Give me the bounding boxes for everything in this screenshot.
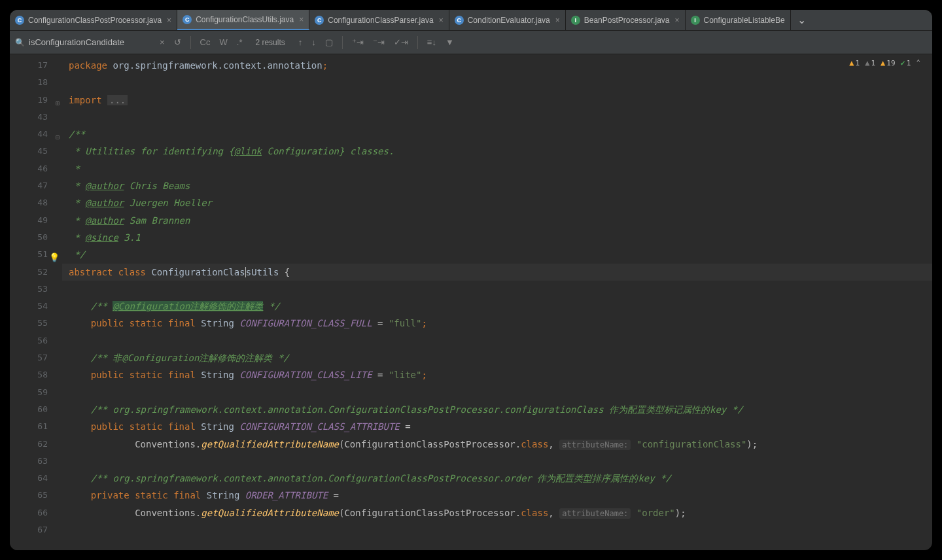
line-number: 17	[10, 57, 62, 74]
class-icon: C	[455, 16, 464, 25]
line-number: 56	[10, 332, 62, 349]
line-number: 54	[10, 298, 62, 315]
line-number: 50	[10, 229, 62, 246]
chevron-up-icon[interactable]: ⌃	[916, 58, 920, 67]
code-line: *	[62, 160, 932, 177]
inspection-panel[interactable]: ▲1 ▲1 ▲19 ✔1 ⌃	[846, 57, 923, 69]
select-all-button[interactable]: ▢	[323, 36, 336, 48]
tab-5[interactable]: IConfigurableListableBe	[686, 10, 791, 30]
tab-label: BeanPostProcessor.java	[584, 16, 670, 25]
warning-indicator[interactable]: ▲1	[849, 58, 860, 67]
interface-icon: I	[691, 16, 700, 25]
line-number: 49	[10, 212, 62, 229]
tab-4[interactable]: IBeanPostProcessor.java×	[566, 10, 686, 30]
line-number: 67	[10, 521, 62, 538]
editor[interactable]: 17 18 19⊞ 43 44⊟ 45 46 47 48 49 50 51💡 5…	[10, 54, 932, 550]
tab-label: ConfigurationClassParser.java	[328, 16, 433, 25]
close-icon[interactable]: ×	[167, 16, 171, 25]
code-line	[62, 521, 932, 538]
line-number: 63	[10, 453, 62, 470]
interface-icon: I	[571, 16, 580, 25]
remove-line-button[interactable]: ⁻⇥	[370, 36, 387, 48]
close-icon[interactable]: ×	[439, 16, 444, 25]
tab-1[interactable]: CConfigurationClassUtils.java×	[177, 10, 309, 30]
next-match-button[interactable]: ↓	[309, 36, 319, 48]
words-button[interactable]: W	[217, 36, 230, 48]
close-icon[interactable]: ×	[299, 15, 304, 24]
code-line	[62, 74, 932, 91]
code-line: */	[62, 246, 932, 263]
code-line	[62, 281, 932, 298]
line-number: 60	[10, 401, 62, 418]
line-number: 18	[10, 74, 62, 91]
code-line	[62, 453, 932, 470]
line-number: 53	[10, 281, 62, 298]
code-line: * Utilities for identifying {@link Confi…	[62, 143, 932, 160]
class-icon: C	[183, 15, 192, 24]
close-icon[interactable]: ×	[675, 16, 680, 25]
clear-search-button[interactable]: ×	[157, 36, 167, 48]
ok-indicator[interactable]: ✔1	[901, 58, 911, 67]
filter-icon[interactable]: ▼	[443, 36, 457, 48]
tab-3[interactable]: CConditionEvaluator.java×	[449, 10, 566, 30]
settings-icon[interactable]: ≡↓	[425, 36, 439, 48]
search-history-button[interactable]: ↺	[171, 36, 184, 48]
line-number: 65	[10, 487, 62, 504]
code-line: /**	[62, 126, 932, 143]
ide-window: CConfigurationClassPostProcessor.java× C…	[10, 10, 932, 550]
code-line: package org.springframework.context.anno…	[62, 57, 932, 74]
line-number: 58	[10, 366, 62, 383]
line-number: 48	[10, 194, 62, 211]
code-line	[62, 384, 932, 401]
tab-label: ConfigurableListableBe	[704, 16, 785, 25]
class-icon: C	[315, 16, 324, 25]
code-area[interactable]: ▲1 ▲1 ▲19 ✔1 ⌃ package org.springframewo…	[62, 54, 932, 550]
search-input[interactable]	[29, 37, 153, 47]
code-line: /** 非@Configuration注解修饰的注解类 */	[62, 349, 932, 366]
code-line: * @author Juergen Hoeller	[62, 194, 932, 211]
tab-2[interactable]: CConfigurationClassParser.java×	[309, 10, 449, 30]
line-number: 64	[10, 470, 62, 487]
line-number: 46	[10, 160, 62, 177]
editor-tab-bar: CConfigurationClassPostProcessor.java× C…	[10, 10, 932, 31]
line-number: 51💡	[10, 246, 62, 263]
tab-label: ConditionEvaluator.java	[468, 16, 550, 25]
search-results-count: 2 results	[255, 38, 285, 47]
warning-indicator[interactable]: ▲19	[881, 58, 895, 67]
check-line-button[interactable]: ✓⇥	[391, 36, 411, 48]
parameter-hint: attributeName:	[559, 508, 631, 519]
line-number: 66	[10, 504, 62, 521]
code-line: public static final String CONFIGURATION…	[62, 315, 932, 332]
code-line: /** @Configuration注解修饰的注解类 */	[62, 298, 932, 315]
line-number: 44⊟	[10, 126, 62, 143]
gutter: 17 18 19⊞ 43 44⊟ 45 46 47 48 49 50 51💡 5…	[10, 54, 62, 550]
match-case-button[interactable]: Cc	[198, 36, 213, 48]
weak-warning-indicator[interactable]: ▲1	[865, 58, 875, 67]
class-icon: C	[15, 16, 24, 25]
code-line: Conventions.getQualifiedAttributeName(Co…	[62, 504, 932, 521]
line-number: 47	[10, 177, 62, 194]
close-icon[interactable]: ×	[555, 16, 560, 25]
code-line: * @author Sam Brannen	[62, 212, 932, 229]
code-line: private static final String ORDER_ATTRIB…	[62, 487, 932, 504]
line-number: 62	[10, 436, 62, 453]
import-fold[interactable]: ...	[107, 95, 128, 105]
find-bar: 🔍 × ↺ Cc W .* 2 results ↑ ↓ ▢ ⁺⇥ ⁻⇥ ✓⇥ ≡…	[10, 31, 932, 54]
line-number: 45	[10, 143, 62, 160]
tab-label: ConfigurationClassPostProcessor.java	[28, 16, 162, 25]
tabs-overflow-button[interactable]: ⌄	[791, 14, 812, 26]
tab-label: ConfigurationClassUtils.java	[196, 15, 294, 24]
line-number: 52	[10, 264, 62, 281]
search-icon: 🔍	[15, 38, 25, 47]
code-line: Conventions.getQualifiedAttributeName(Co…	[62, 436, 932, 453]
code-line: import ...	[62, 92, 932, 109]
code-line: /** org.springframework.context.annotati…	[62, 401, 932, 418]
code-line	[62, 109, 932, 126]
line-number: 43	[10, 109, 62, 126]
tab-0[interactable]: CConfigurationClassPostProcessor.java×	[10, 10, 177, 30]
prev-match-button[interactable]: ↑	[296, 36, 305, 48]
code-line	[62, 332, 932, 349]
regex-button[interactable]: .*	[234, 36, 245, 48]
new-line-button[interactable]: ⁺⇥	[349, 36, 366, 48]
code-line-current: abstract class ConfigurationClassUtils {	[62, 264, 932, 281]
